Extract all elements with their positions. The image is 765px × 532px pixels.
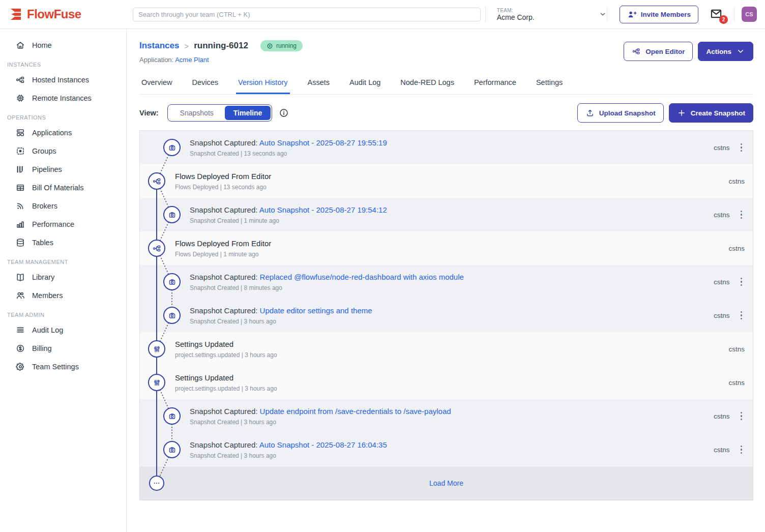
sidebar-item-home[interactable]: Home [0, 36, 126, 54]
tab-assets[interactable]: Assets [306, 74, 332, 94]
breadcrumb: Instances > running-6012 running [139, 40, 303, 51]
sidebar-item-label: Brokers [32, 202, 57, 210]
open-editor-button[interactable]: Open Editor [624, 42, 693, 61]
status-label: running [276, 42, 297, 49]
brokers-icon [15, 201, 25, 211]
main-content: Instances > running-6012 running Applica… [127, 29, 765, 532]
sidebar-item-applications[interactable]: Applications [0, 124, 126, 142]
row-user: cstns [714, 312, 730, 319]
notifications-button[interactable]: 2 [710, 7, 723, 22]
sidebar-section-operations: OPERATIONS [0, 107, 126, 124]
actions-button[interactable]: Actions [698, 42, 753, 61]
sidebar-item-label: Groups [32, 147, 56, 155]
sidebar-item-pipelines[interactable]: Pipelines [0, 160, 126, 179]
timeline-row: Flows Deployed From EditorFlows Deployed… [140, 164, 753, 198]
sidebar-item-hosted-instances[interactable]: Hosted Instances [0, 71, 126, 89]
sidebar-item-billing[interactable]: Billing [0, 339, 126, 358]
snapshot-link[interactable]: Auto Snapshot - 2025-08-27 19:54:12 [259, 205, 387, 214]
pipelines-icon [15, 164, 25, 174]
user-avatar[interactable]: CS [742, 7, 757, 22]
row-menu-button[interactable] [738, 141, 745, 154]
event-meta: Snapshot Created | 1 minute ago [190, 217, 387, 224]
application-link[interactable]: Acme Plant [175, 56, 209, 64]
row-menu-button[interactable] [738, 444, 745, 456]
tab-settings[interactable]: Settings [534, 74, 565, 94]
sidebar-section-instances: INSTANCES [0, 54, 126, 71]
sidebar-item-groups[interactable]: Groups [0, 142, 126, 160]
sidebar-item-performance[interactable]: Performance [0, 215, 126, 233]
sidebar-item-library[interactable]: Library [0, 268, 126, 286]
tab-node-red-logs[interactable]: Node-RED Logs [398, 74, 456, 94]
chevron-down-icon [599, 10, 607, 18]
applications-icon [15, 128, 25, 138]
sidebar-item-label: Hosted Instances [32, 76, 89, 84]
sidebar: HomeINSTANCESHosted InstancesRemote Inst… [0, 29, 127, 532]
sidebar-item-brokers[interactable]: Brokers [0, 197, 126, 215]
row-user: cstns [714, 144, 730, 152]
info-button[interactable] [279, 108, 289, 118]
tab-version-history[interactable]: Version History [236, 74, 290, 94]
timeline-row: Settings Updatedproject.settings.updated… [140, 366, 753, 399]
load-more-button[interactable]: Load More [429, 479, 463, 487]
search-input[interactable] [133, 8, 481, 21]
snapshot-link[interactable]: Auto Snapshot - 2025-08-27 19:55:19 [259, 138, 387, 147]
row-menu-button[interactable] [738, 209, 745, 221]
timeline-row: Snapshot Captured: Auto Snapshot - 2025-… [140, 131, 753, 164]
performance-icon [15, 219, 25, 229]
row-menu-button[interactable] [738, 276, 745, 288]
timeline-toggle[interactable]: Timeline [225, 106, 271, 120]
tab-performance[interactable]: Performance [472, 74, 518, 94]
timeline-row: Snapshot Captured: Update editor setting… [140, 299, 753, 332]
tab-overview[interactable]: Overview [139, 74, 174, 94]
sidebar-item-tables[interactable]: Tables [0, 233, 126, 252]
sidebar-section-team-management: TEAM MANAGEMENT [0, 252, 126, 268]
tab-devices[interactable]: Devices [190, 74, 220, 94]
bom-icon [15, 183, 25, 193]
sidebar-item-label: Audit Log [32, 326, 63, 334]
team-selector[interactable]: TEAM: Acme Corp. [497, 8, 607, 21]
node-editor-icon [632, 47, 641, 56]
sidebar-item-bill-of-materials[interactable]: Bill Of Materials [0, 179, 126, 197]
create-snapshot-button[interactable]: Create Snapshot [669, 103, 753, 123]
load-more-row: Load More [140, 466, 753, 500]
deploy-node-icon [148, 172, 165, 190]
person-plus-icon [627, 10, 637, 19]
snapshot-link[interactable]: Auto Snapshot - 2025-08-27 16:04:35 [259, 440, 387, 449]
row-user: cstns [728, 245, 745, 252]
sidebar-item-audit-log[interactable]: Audit Log [0, 321, 126, 339]
row-user: cstns [714, 446, 730, 454]
row-user: cstns [714, 412, 730, 420]
open-editor-label: Open Editor [645, 48, 685, 55]
row-user: cstns [728, 345, 745, 353]
instance-tabs: OverviewDevicesVersion HistoryAssetsAudi… [139, 74, 753, 95]
row-menu-button[interactable] [738, 309, 745, 322]
sidebar-item-label: Pipelines [32, 165, 62, 173]
timeline-row: Snapshot Captured: Auto Snapshot - 2025-… [140, 433, 753, 466]
event-meta: Flows Deployed | 13 seconds ago [175, 184, 271, 191]
sidebar-item-remote-instances[interactable]: Remote Instances [0, 89, 126, 107]
tab-audit-log[interactable]: Audit Log [347, 74, 382, 94]
snapshot-link[interactable]: Update endpoint from /save-credentials t… [260, 407, 451, 416]
home-icon [15, 40, 25, 50]
breadcrumb-instances-link[interactable]: Instances [139, 41, 179, 51]
more-dots-icon[interactable] [149, 476, 164, 491]
sidebar-item-label: Tables [32, 239, 53, 247]
sidebar-item-team-settings[interactable]: Team Settings [0, 358, 126, 376]
snapshot-title-prefix: Snapshot Captured: [190, 273, 260, 281]
instance-name: running-6012 [194, 41, 248, 51]
snapshot-link[interactable]: Update editor settings and theme [260, 306, 372, 315]
plus-icon [677, 108, 686, 117]
sidebar-item-members[interactable]: Members [0, 286, 126, 305]
remote-icon [15, 93, 25, 103]
audit-icon [15, 325, 25, 335]
instance-banner: Instances > running-6012 running Applica… [127, 29, 765, 64]
event-meta: project.settings.updated | 3 hours ago [175, 351, 277, 359]
sidebar-item-label: Team Settings [32, 363, 79, 371]
event-meta: Snapshot Created | 3 hours ago [190, 419, 451, 426]
sidebar-item-label: Billing [32, 344, 52, 352]
row-menu-button[interactable] [738, 410, 745, 423]
upload-snapshot-button[interactable]: Upload Snapshot [577, 103, 664, 123]
invite-members-button[interactable]: Invite Members [620, 6, 698, 23]
snapshot-link[interactable]: Replaced @flowfuse/node-red-dashboard wi… [260, 273, 464, 281]
snapshots-toggle[interactable]: Snapshots [169, 106, 225, 120]
